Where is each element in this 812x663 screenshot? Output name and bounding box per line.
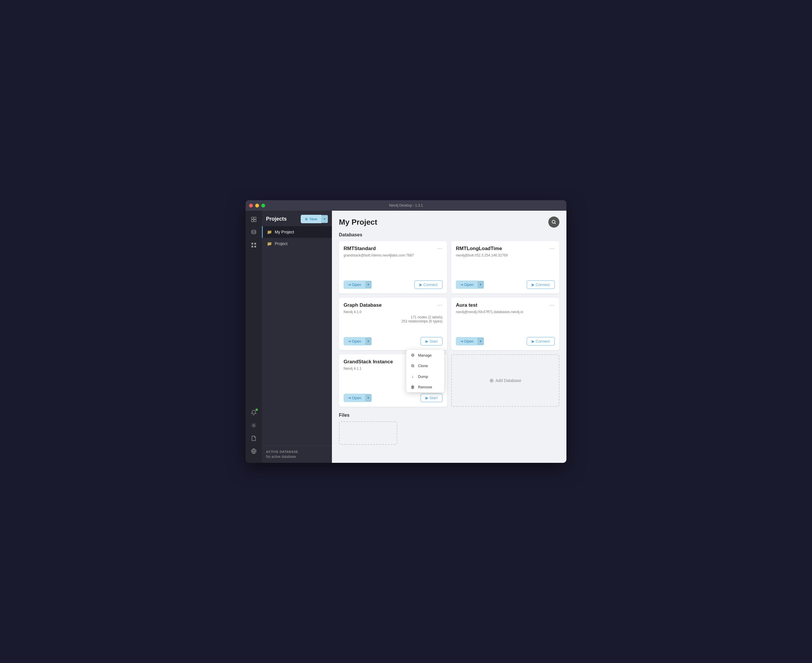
open-button-graph-db[interactable]: ⇥ Open — [344, 337, 365, 346]
db-menu-rmt-long[interactable]: ··· — [549, 246, 555, 251]
open-button-rmt-standard[interactable]: ⇥ Open — [344, 280, 365, 289]
context-menu-dump[interactable]: ↓ Dump — [406, 371, 444, 382]
context-menu-manage[interactable]: ⚙ Manage — [406, 350, 444, 361]
database-icon[interactable] — [248, 226, 260, 238]
window-title: Neo4j Desktop - 1.3.1 — [389, 204, 423, 207]
open-split-grandstack[interactable]: ⇥ Open ▾ — [344, 394, 371, 402]
open-split-rmt-long[interactable]: ⇥ Open ▾ — [456, 280, 484, 289]
projects-title: Projects — [266, 216, 287, 222]
maximize-button[interactable] — [262, 204, 265, 207]
svg-rect-2 — [254, 217, 256, 219]
connect-button-aura-test[interactable]: ▶ Connect — [527, 337, 555, 346]
search-button[interactable] — [548, 217, 559, 228]
db-card-graph-db: Graph Database ··· Neo4j 4.1.0 171 nodes… — [339, 298, 447, 350]
context-menu-remove[interactable]: 🗑 Remove — [406, 382, 444, 392]
open-chevron-aura-test[interactable]: ▾ — [478, 337, 484, 345]
file-icon[interactable] — [248, 432, 260, 444]
svg-rect-6 — [254, 243, 256, 244]
db-card-header-1: RMTStandard ··· — [344, 246, 442, 252]
start-button-graph-db[interactable]: ▶ Start — [421, 337, 442, 346]
window-controls — [249, 204, 265, 207]
db-stats-graph-db: 171 nodes (2 labels)253 relationships (6… — [344, 315, 442, 323]
minimize-button[interactable] — [255, 204, 259, 207]
new-button-label: New — [310, 217, 317, 221]
open-button-grandstack[interactable]: ⇥ Open — [344, 394, 365, 402]
open-chevron-graph-db[interactable]: ▾ — [365, 337, 371, 345]
open-chevron-rmt-long[interactable]: ▾ — [478, 281, 484, 289]
content-header: My Project — [332, 211, 567, 231]
notification-icon[interactable] — [248, 407, 260, 419]
top-icon-group — [248, 213, 260, 406]
db-footer-aura-test: ⇥ Open ▾ ▶ Connect — [456, 333, 555, 346]
svg-point-9 — [253, 425, 255, 426]
open-button-aura-test[interactable]: ⇥ Open — [456, 337, 478, 346]
svg-rect-1 — [252, 220, 253, 222]
project-item-my-project[interactable]: 📁 My Project — [262, 226, 332, 238]
db-subtitle-rmt-long: neo4j@bolt://52.3.254.146:32769 — [456, 253, 555, 257]
db-title-aura-test: Aura test — [456, 302, 478, 308]
manage-icon: ⚙ — [410, 353, 415, 357]
db-card-header-3: Graph Database ··· — [344, 302, 442, 308]
add-db-plus-icon: ⊕ — [489, 377, 494, 384]
context-menu-clone[interactable]: ⧉ Clone — [406, 361, 444, 371]
icon-sidebar — [245, 211, 262, 463]
files-section: Files — [332, 411, 567, 451]
db-card-header-4: Aura test ··· — [456, 302, 555, 308]
new-button-group[interactable]: ⊕ New ▾ — [301, 215, 328, 223]
settings-icon[interactable] — [248, 420, 260, 431]
open-split-aura-test[interactable]: ⇥ Open ▾ — [456, 337, 484, 346]
db-subtitle-graph-db: Neo4j 4.1.0 — [344, 310, 442, 314]
db-card-header-2: RMTLongLoadTime ··· — [456, 246, 555, 252]
projects-header: Projects ⊕ New ▾ — [262, 211, 332, 226]
svg-rect-7 — [252, 246, 253, 247]
earth-icon[interactable] — [248, 445, 260, 457]
close-button[interactable] — [249, 204, 253, 207]
apps-icon[interactable] — [248, 239, 260, 251]
db-subtitle-rmt-standard: grandstack@bolt://demo.neo4jlabs.com:768… — [344, 253, 442, 257]
active-db-footer: Active database No active database — [262, 446, 332, 463]
open-button-rmt-long[interactable]: ⇥ Open — [456, 280, 478, 289]
databases-section-title: Databases — [332, 231, 567, 241]
svg-rect-0 — [252, 217, 253, 219]
svg-rect-3 — [254, 220, 256, 222]
active-db-value: No active database — [266, 454, 328, 459]
dump-icon: ↓ — [410, 374, 415, 379]
context-menu-remove-label: Remove — [418, 385, 432, 389]
add-database-label: Add Database — [496, 378, 521, 383]
project-file-icon: 📁 — [267, 230, 272, 234]
context-menu-manage-label: Manage — [418, 353, 432, 357]
context-menu-grandstack: ⚙ Manage ⧉ Clone ↓ Dump 🗑 — [406, 350, 444, 392]
db-footer-graph-db: ⇥ Open ▾ ▶ Start — [344, 333, 442, 346]
db-menu-rmt-standard[interactable]: ··· — [437, 246, 442, 251]
main-layout: Projects ⊕ New ▾ 📁 My Project — [245, 211, 567, 463]
db-menu-aura-test[interactable]: ··· — [549, 302, 555, 307]
project-item-label-2: Project — [275, 241, 287, 246]
bottom-icon-group — [248, 407, 260, 460]
db-subtitle-aura-test: neo4j@neo4j://0c47ff71.databases.neo4j.i… — [456, 310, 555, 314]
projects-icon[interactable] — [248, 213, 260, 225]
svg-point-11 — [552, 220, 555, 223]
open-chevron-grandstack[interactable]: ▾ — [365, 394, 371, 402]
open-split-graph-db[interactable]: ⇥ Open ▾ — [344, 337, 371, 346]
new-chevron-button[interactable]: ▾ — [321, 215, 328, 223]
svg-rect-8 — [254, 246, 256, 247]
content-area: My Project Databases RMTStandard ··· g — [332, 211, 567, 463]
connect-button-rmt-standard[interactable]: ▶ Connect — [415, 280, 442, 289]
connect-button-rmt-long[interactable]: ▶ Connect — [527, 280, 555, 289]
db-title-rmt-standard: RMTStandard — [344, 246, 376, 252]
project-item-project[interactable]: 📁 Project — [262, 238, 332, 249]
db-title-rmt-long: RMTLongLoadTime — [456, 246, 502, 252]
page-title: My Project — [339, 218, 378, 227]
new-main-button[interactable]: ⊕ New — [301, 215, 321, 223]
db-card-rmt-long: RMTLongLoadTime ··· neo4j@bolt://52.3.25… — [451, 241, 559, 294]
db-footer-rmt-standard: ⇥ Open ▾ ▶ Connect — [344, 277, 442, 289]
start-button-grandstack[interactable]: ▶ Start — [421, 394, 442, 402]
db-menu-graph-db[interactable]: ··· — [437, 302, 442, 307]
open-split-rmt-standard[interactable]: ⇥ Open ▾ — [344, 280, 371, 289]
open-chevron-rmt-standard[interactable]: ▾ — [365, 281, 371, 289]
notification-dot — [255, 409, 258, 411]
project-file-icon-2: 📁 — [267, 241, 272, 246]
add-database-card[interactable]: ⊕ Add Database — [451, 354, 559, 407]
context-menu-dump-label: Dump — [418, 374, 428, 379]
new-plus-icon: ⊕ — [305, 217, 308, 221]
